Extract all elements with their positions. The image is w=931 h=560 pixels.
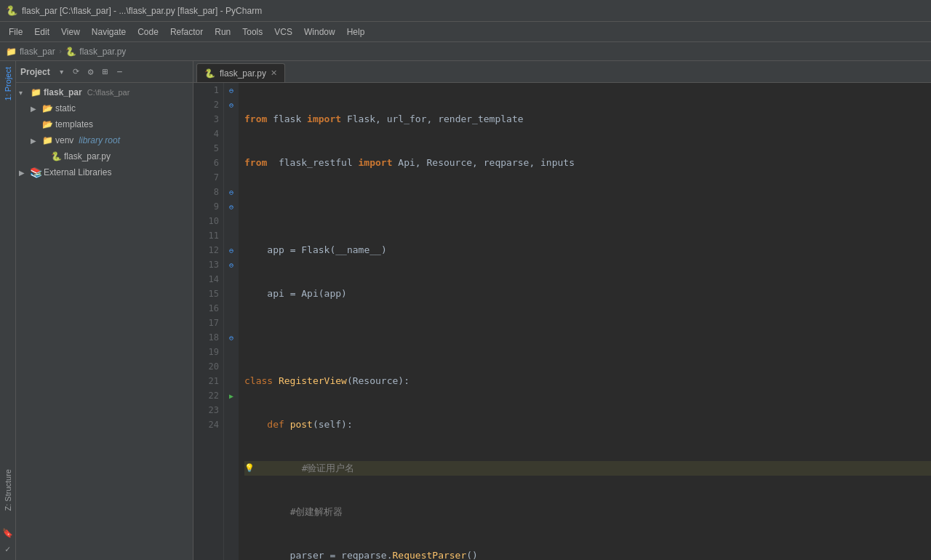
file-icon: 🐍 (65, 47, 76, 57)
breadcrumb-separator: › (58, 47, 63, 56)
code-line-11: parser = reqparse.RequestParser() (244, 548, 931, 560)
gutter-empty-11 (224, 228, 239, 243)
gutter-empty-3 (224, 112, 239, 127)
gutter-fold-12[interactable]: ⊖ (224, 243, 239, 257)
menu-code[interactable]: Code (132, 24, 164, 40)
tab-close-button[interactable]: ✕ (271, 68, 277, 78)
line-num-3: 3 (198, 112, 219, 127)
menu-refactor[interactable]: Refactor (164, 24, 209, 40)
line-num-10: 10 (198, 214, 219, 228)
menu-view[interactable]: View (55, 24, 86, 40)
line-num-22: 22 (198, 388, 219, 403)
menu-vcs[interactable]: VCS (268, 24, 298, 40)
breadcrumb-bar: 📁 flask_par › 🐍 flask_par.py (0, 42, 931, 61)
breadcrumb-folder[interactable]: 📁 flask_par (6, 47, 55, 57)
gutter-empty-10 (224, 214, 239, 228)
line-num-1: 1 (198, 83, 219, 97)
gutter-empty-5 (224, 141, 239, 156)
tree-item-venv[interactable]: ▶ 📁 venv library root (16, 132, 193, 148)
gutter-fold-13[interactable]: ⊖ (224, 257, 239, 272)
line-num-21: 21 (198, 374, 219, 388)
line-num-5: 5 (198, 141, 219, 156)
line-num-23: 23 (198, 403, 219, 417)
project-panel: Project ▾ ⟳ ⚙ ⊞ − ▾ 📁 flask_par C:\flask… (16, 61, 193, 560)
title-text: flask_par [C:\flask_par] - ...\flask_par… (22, 6, 262, 16)
gutter-empty-21 (224, 374, 239, 388)
gutter-empty-23 (224, 403, 239, 417)
tree-item-flask-par[interactable]: ▾ 📁 flask_par C:\flask_par (16, 84, 193, 100)
tab-structure[interactable]: Z: Structure (1, 463, 15, 516)
tab-project[interactable]: 1: Project (1, 61, 15, 106)
menu-help[interactable]: Help (341, 24, 371, 40)
editor-tab-flask-par-py[interactable]: 🐍 flask_par.py ✕ (196, 63, 285, 82)
tree-label-venv-lib: library root (79, 135, 120, 145)
breadcrumb-filename: flask_par.py (79, 47, 126, 57)
tree-item-flask-par-py[interactable]: 🐍 flask_par.py (16, 148, 193, 164)
file-icon-flask-par-py: 🐍 (50, 151, 62, 162)
menu-file[interactable]: File (3, 24, 28, 40)
gutter-empty-17 (224, 316, 239, 330)
main-content: 1: Project Z: Structure 🔖 ✓ Project ▾ ⟳ … (0, 61, 931, 560)
code-line-10: #创建解析器 (244, 505, 931, 519)
tree-arrow-static: ▶ (31, 105, 39, 113)
menu-edit[interactable]: Edit (28, 24, 55, 40)
editor-area: 🐍 flask_par.py ✕ 1 2 3 4 5 6 7 8 9 10 11… (193, 61, 931, 560)
tree-arrow-venv: ▶ (31, 137, 39, 145)
folder-icon: 📁 (6, 47, 17, 57)
tree-item-templates[interactable]: 📂 templates (16, 116, 193, 132)
tab-filename: flask_par.py (220, 68, 266, 79)
gutter-empty-20 (224, 359, 239, 374)
menu-bar: File Edit View Navigate Code Refactor Ru… (0, 22, 931, 42)
gutter-fold-2[interactable]: ⊖ (224, 97, 239, 112)
gutter-empty-15 (224, 287, 239, 301)
line-num-24: 24 (198, 417, 219, 432)
menu-window[interactable]: Window (298, 24, 341, 40)
line-num-18: 18 (198, 330, 219, 345)
tree-item-external-libs[interactable]: ▶ 📚 External Libraries (16, 164, 193, 180)
line-num-13: 13 (198, 257, 219, 272)
gutter-fold-8[interactable]: ⊖ (224, 185, 239, 199)
toolbar-collapse-icon[interactable]: − (114, 66, 126, 78)
code-line-4: app = Flask(__name__) (244, 243, 931, 257)
toolbar-dropdown-icon[interactable]: ▾ (56, 66, 68, 78)
code-line-3 (244, 199, 931, 214)
gutter-empty-7 (224, 170, 239, 185)
code-line-9: 💡 #验证用户名 (244, 461, 931, 476)
menu-run[interactable]: Run (209, 24, 236, 40)
code-line-7: class RegisterView(Resource): (244, 374, 931, 388)
gutter-empty-19 (224, 345, 239, 359)
line-num-16: 16 (198, 301, 219, 316)
code-content[interactable]: from flask import Flask, url_for, render… (239, 83, 931, 560)
gutter: ⊖ ⊖ ⊖ ⊖ ⊖ ⊖ ⊖ ▶ (224, 83, 239, 560)
tree-arrow-ext-libs: ▶ (19, 169, 28, 177)
gutter-fold-1[interactable]: ⊖ (224, 83, 239, 97)
gutter-fold-18[interactable]: ⊖ (224, 330, 239, 345)
breadcrumb-project: flask_par (20, 47, 55, 57)
bookmark-icon: 🔖 (2, 528, 13, 538)
gutter-empty-16 (224, 301, 239, 316)
line-num-8: 8 (198, 185, 219, 199)
toolbar-gear-icon[interactable]: ⚙ (85, 66, 97, 78)
toolbar-settings-icon[interactable]: ⊞ (100, 66, 111, 78)
menu-navigate[interactable]: Navigate (86, 24, 132, 40)
tree-item-static[interactable]: ▶ 📂 static (16, 100, 193, 116)
folder-icon-templates: 📂 (41, 119, 53, 130)
line-num-17: 17 (198, 316, 219, 330)
menu-tools[interactable]: Tools (236, 24, 268, 40)
line-numbers: 1 2 3 4 5 6 7 8 9 10 11 12 13 14 15 16 1… (193, 83, 224, 560)
tree-label-static: static (55, 103, 76, 113)
code-line-1: from flask import Flask, url_for, render… (244, 112, 931, 127)
project-label: Project (20, 67, 50, 77)
gutter-run-22[interactable]: ▶ (224, 388, 239, 403)
line-num-11: 11 (198, 228, 219, 243)
line-num-20: 20 (198, 359, 219, 374)
line-num-9: 9 (198, 199, 219, 214)
code-line-2: from flask_restful import Api, Resource,… (244, 156, 931, 170)
breadcrumb-file[interactable]: 🐍 flask_par.py (65, 47, 126, 57)
toolbar-sync-icon[interactable]: ⟳ (71, 66, 82, 78)
folder-icon-venv: 📁 (41, 135, 53, 146)
line-num-7: 7 (198, 170, 219, 185)
gutter-fold-9[interactable]: ⊖ (224, 199, 239, 214)
gutter-empty-24 (224, 417, 239, 432)
line-num-15: 15 (198, 287, 219, 301)
